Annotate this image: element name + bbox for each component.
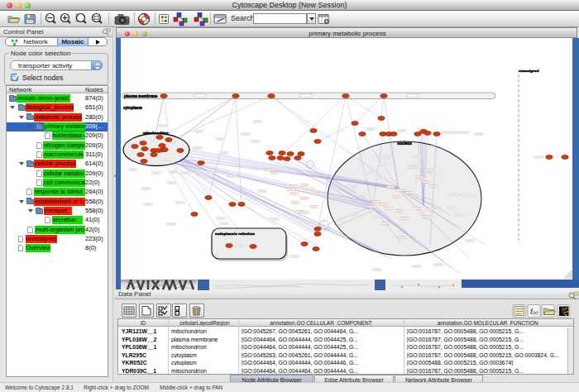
svg-text:mitochondrion: mitochondrion (143, 131, 169, 135)
svg-text:cytoplasm: cytoplasm (123, 106, 142, 110)
svg-text:unassigned: unassigned (519, 69, 539, 73)
svg-text:nucleus: nucleus (397, 141, 412, 146)
svg-text:endoplasmic reticulum: endoplasmic reticulum (215, 232, 255, 236)
svg-text:plasma membrane: plasma membrane (124, 94, 158, 98)
